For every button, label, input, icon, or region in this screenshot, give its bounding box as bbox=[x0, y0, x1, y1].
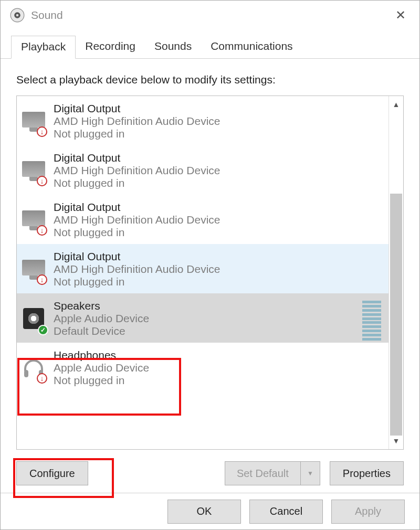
device-description: Apple Audio Device bbox=[54, 362, 149, 374]
cancel-button[interactable]: Cancel bbox=[249, 500, 323, 524]
scroll-thumb[interactable] bbox=[390, 194, 402, 436]
unplugged-badge-icon bbox=[37, 176, 47, 186]
device-description: AMD High Definition Audio Device bbox=[54, 115, 220, 128]
titlebar: Sound ✕ bbox=[1, 1, 419, 30]
device-name: Headphones bbox=[54, 349, 149, 362]
volume-meter bbox=[362, 301, 381, 341]
device-row[interactable]: Digital OutputAMD High Definition Audio … bbox=[17, 244, 388, 293]
device-name: Digital Output bbox=[54, 201, 220, 214]
sound-dialog: Sound ✕ Playback Recording Sounds Commun… bbox=[0, 0, 420, 530]
monitor-icon bbox=[20, 109, 50, 139]
device-status: Not plugged in bbox=[54, 128, 220, 140]
device-status: Not plugged in bbox=[54, 226, 220, 239]
close-button[interactable]: ✕ bbox=[388, 3, 413, 28]
ok-button[interactable]: OK bbox=[167, 500, 241, 524]
device-name: Digital Output bbox=[54, 152, 220, 164]
device-list[interactable]: Digital OutputAMD High Definition Audio … bbox=[17, 96, 388, 449]
tab-sounds[interactable]: Sounds bbox=[145, 36, 201, 59]
scroll-down-icon[interactable]: ▼ bbox=[393, 436, 400, 446]
device-description: AMD High Definition Audio Device bbox=[54, 164, 220, 177]
device-description: AMD High Definition Audio Device bbox=[54, 214, 220, 226]
monitor-icon bbox=[20, 207, 50, 238]
tab-communications[interactable]: Communications bbox=[201, 36, 302, 59]
svg-rect-3 bbox=[24, 370, 28, 377]
chevron-down-icon[interactable]: ▼ bbox=[301, 462, 320, 485]
device-name: Digital Output bbox=[54, 102, 220, 115]
instruction-text: Select a playback device below to modify… bbox=[16, 73, 404, 86]
device-row[interactable]: Digital OutputAMD High Definition Audio … bbox=[17, 145, 388, 195]
svg-point-2 bbox=[16, 14, 19, 17]
unplugged-badge-icon bbox=[37, 225, 47, 236]
device-name: Digital Output bbox=[54, 250, 220, 263]
device-name: Speakers bbox=[54, 300, 149, 312]
device-status: Not plugged in bbox=[54, 374, 149, 387]
set-default-button[interactable]: Set Default ▼ bbox=[225, 461, 320, 485]
tab-playback[interactable]: Playback bbox=[11, 36, 76, 59]
scroll-track[interactable] bbox=[389, 110, 403, 436]
device-status: Not plugged in bbox=[54, 275, 220, 288]
device-row[interactable]: HeadphonesApple Audio DeviceNot plugged … bbox=[17, 343, 388, 392]
unplugged-badge-icon bbox=[37, 126, 47, 137]
unplugged-badge-icon bbox=[37, 274, 47, 285]
headphones-icon bbox=[20, 355, 50, 386]
unplugged-badge-icon bbox=[37, 373, 47, 384]
device-row[interactable]: Digital OutputAMD High Definition Audio … bbox=[17, 96, 388, 145]
scrollbar[interactable]: ▲ ▼ bbox=[388, 96, 403, 449]
window-title: Sound bbox=[31, 9, 63, 22]
device-listbox: Digital OutputAMD High Definition Audio … bbox=[16, 96, 404, 450]
device-description: Apple Audio Device bbox=[54, 312, 149, 325]
dialog-bottom-bar: OK Cancel Apply bbox=[1, 493, 419, 529]
tab-recording[interactable]: Recording bbox=[76, 36, 145, 59]
monitor-icon bbox=[20, 158, 50, 188]
tab-bar: Playback Recording Sounds Communications bbox=[1, 30, 419, 59]
device-status: Not plugged in bbox=[54, 177, 220, 189]
device-row[interactable]: SpeakersApple Audio DeviceDefault Device bbox=[17, 293, 388, 343]
scroll-up-icon[interactable]: ▲ bbox=[393, 99, 400, 110]
sound-icon bbox=[10, 8, 25, 23]
default-badge-icon bbox=[38, 325, 48, 335]
speaker-icon bbox=[20, 306, 50, 336]
device-description: AMD High Definition Audio Device bbox=[54, 263, 220, 275]
configure-button[interactable]: Configure bbox=[16, 461, 88, 485]
properties-button[interactable]: Properties bbox=[330, 461, 404, 485]
device-status: Default Device bbox=[54, 325, 149, 337]
monitor-icon bbox=[20, 257, 50, 287]
apply-button[interactable]: Apply bbox=[331, 500, 405, 524]
device-row[interactable]: Digital OutputAMD High Definition Audio … bbox=[17, 195, 388, 244]
